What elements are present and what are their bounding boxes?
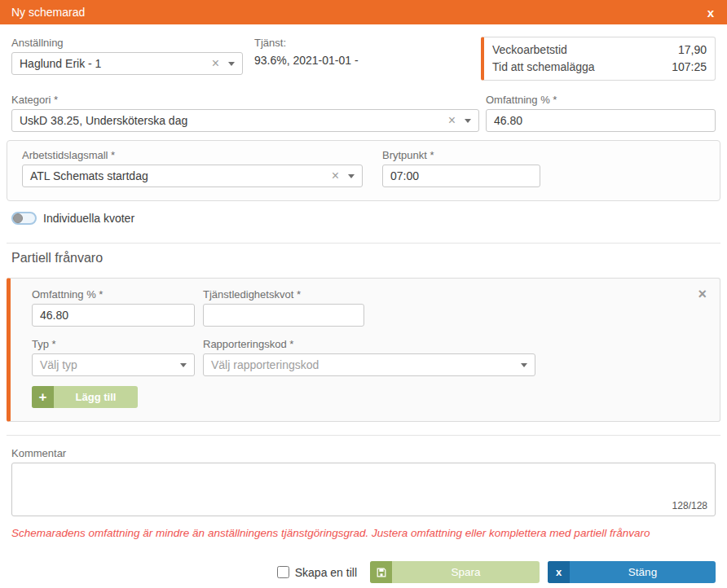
- category-field-group: Kategori * UskD 38.25, Undersköterska da…: [11, 94, 479, 132]
- weekly-worktime-label: Veckoarbetstid: [492, 42, 567, 59]
- clear-icon[interactable]: ×: [448, 114, 456, 127]
- extent-input[interactable]: [486, 109, 716, 132]
- atl-template-value: ATL Schemats startdag: [30, 169, 148, 182]
- partial-absence-heading: Partiell frånvaro: [11, 251, 716, 265]
- service-label: Tjänst:: [254, 37, 481, 49]
- comment-label: Kommentar: [11, 447, 716, 459]
- add-partial-absence-button[interactable]: + Lägg till: [32, 386, 138, 408]
- employment-label: Anställning: [11, 37, 243, 49]
- comment-field-wrapper: 128/128: [11, 463, 716, 516]
- pa-type-field-group: Typ * Välj typ: [32, 338, 195, 376]
- category-select[interactable]: UskD 38.25, Undersköterska dag ×: [11, 109, 479, 132]
- breakpoint-field-group: Brytpunkt *: [382, 149, 540, 187]
- employment-select[interactable]: Haglund Erik - 1 ×: [11, 52, 243, 75]
- chevron-down-icon[interactable]: [348, 174, 355, 178]
- weekly-worktime-value: 17,90: [678, 42, 707, 59]
- category-value: UskD 38.25, Undersköterska dag: [20, 114, 187, 127]
- pa-report-code-label: Rapporteringskod *: [203, 338, 535, 350]
- summary-row-to-schedule: Tid att schemalägga 107:25: [492, 59, 707, 76]
- save-icon: [370, 561, 392, 583]
- chevron-down-icon[interactable]: [228, 62, 235, 66]
- plus-icon: +: [32, 386, 54, 408]
- pa-type-label: Typ *: [32, 338, 195, 350]
- partial-absence-card: × Omfattning % * Tjänstledighetskvot * T…: [7, 278, 720, 422]
- individual-quotas-toggle[interactable]: [11, 212, 37, 225]
- toggle-thumb: [13, 213, 23, 223]
- time-to-schedule-value: 107:25: [672, 59, 707, 76]
- extent-label: Omfattning % *: [486, 94, 716, 106]
- row-employment: Anställning Haglund Erik - 1 × Tjänst: 9…: [11, 37, 716, 81]
- dialog-content: Anställning Haglund Erik - 1 × Tjänst: 9…: [0, 37, 727, 583]
- worktime-summary-box: Veckoarbetstid 17,90 Tid att schemalägga…: [481, 37, 716, 81]
- breakpoint-label: Brytpunkt *: [382, 149, 540, 161]
- create-another-checkbox[interactable]: [277, 566, 289, 578]
- employment-field-group: Anställning Haglund Erik - 1 ×: [11, 37, 243, 81]
- section-divider: [7, 435, 720, 436]
- dialog-close-icon[interactable]: x: [706, 5, 716, 20]
- row-category: Kategori * UskD 38.25, Undersköterska da…: [11, 94, 716, 132]
- add-button-label: Lägg till: [54, 386, 138, 408]
- new-schedule-row-dialog: Ny schemarad x Anställning Haglund Erik …: [0, 0, 727, 588]
- remove-card-icon[interactable]: ×: [698, 287, 707, 301]
- create-another-label: Skapa en till: [295, 566, 357, 579]
- pa-type-select[interactable]: Välj typ: [32, 353, 195, 376]
- save-button[interactable]: Spara: [370, 561, 540, 583]
- section-divider: [7, 243, 720, 244]
- chevron-down-icon[interactable]: [180, 363, 187, 367]
- breakpoint-input[interactable]: [382, 165, 540, 187]
- clear-icon[interactable]: ×: [332, 169, 339, 182]
- clear-icon[interactable]: ×: [212, 57, 219, 70]
- atl-template-label: Arbetstidslagsmall *: [22, 149, 363, 161]
- extent-field-group: Omfattning % *: [486, 94, 716, 132]
- pa-extent-label: Omfattning % *: [32, 288, 195, 301]
- employment-value: Haglund Erik - 1: [20, 57, 101, 70]
- pa-leave-quota-label: Tjänstledighetskvot *: [203, 288, 364, 301]
- pa-report-code-select[interactable]: Välj rapporteringskod: [203, 353, 535, 376]
- validation-warning: Schemaradens omfattning är mindre än ans…: [11, 527, 716, 539]
- individual-quotas-row: Individuella kvoter: [11, 211, 716, 225]
- category-label: Kategori *: [11, 94, 479, 106]
- pa-leave-quota-field-group: Tjänstledighetskvot *: [203, 288, 364, 327]
- close-button[interactable]: x Stäng: [548, 561, 716, 583]
- close-x-icon: x: [548, 561, 570, 583]
- service-info: Tjänst: 93.6%, 2021-01-01 -: [254, 37, 481, 81]
- create-another-group: Skapa en till: [277, 566, 357, 579]
- close-button-label: Stäng: [570, 561, 716, 583]
- pa-extent-field-group: Omfattning % *: [32, 288, 195, 327]
- pa-extent-input[interactable]: [32, 304, 195, 327]
- time-to-schedule-label: Tid att schemalägga: [492, 59, 595, 76]
- atl-panel: Arbetstidslagsmall * ATL Schemats startd…: [7, 140, 720, 201]
- chevron-down-icon[interactable]: [521, 363, 527, 367]
- dialog-footer: Skapa en till Spara x Stäng: [11, 561, 716, 583]
- dialog-title: Ny schemarad: [11, 6, 706, 19]
- dialog-titlebar: Ny schemarad x: [0, 0, 727, 24]
- chevron-down-icon[interactable]: [465, 119, 471, 123]
- atl-template-field-group: Arbetstidslagsmall * ATL Schemats startd…: [22, 149, 363, 187]
- pa-report-code-field-group: Rapporteringskod * Välj rapporteringskod: [203, 338, 535, 376]
- service-value: 93.6%, 2021-01-01 -: [254, 54, 481, 67]
- comment-textarea[interactable]: [12, 463, 715, 516]
- char-counter: 128/128: [672, 500, 707, 511]
- individual-quotas-label: Individuella kvoter: [43, 212, 134, 225]
- atl-template-select[interactable]: ATL Schemats startdag ×: [22, 165, 363, 187]
- pa-report-code-placeholder: Välj rapporteringskod: [211, 358, 319, 371]
- summary-row-weekly: Veckoarbetstid 17,90: [492, 42, 707, 59]
- pa-leave-quota-input[interactable]: [203, 304, 364, 327]
- save-button-label: Spara: [392, 561, 540, 583]
- pa-type-placeholder: Välj typ: [40, 358, 77, 371]
